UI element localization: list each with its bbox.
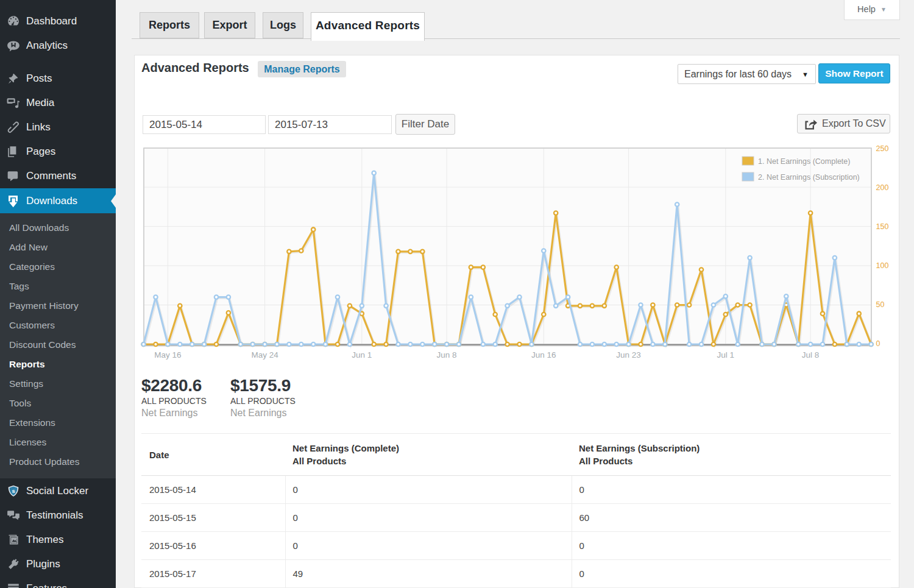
svg-text:May 16: May 16 (154, 350, 181, 360)
svg-text:250: 250 (876, 144, 889, 153)
svg-text:150: 150 (876, 222, 889, 231)
svg-text:Jun 16: Jun 16 (531, 350, 556, 360)
svg-text:May 24: May 24 (251, 350, 278, 360)
svg-text:Jun 1: Jun 1 (352, 350, 372, 360)
svg-text:1. Net Earnings (Complete): 1. Net Earnings (Complete) (758, 157, 850, 166)
svg-text:Jul 8: Jul 8 (802, 350, 820, 360)
svg-text:200: 200 (876, 183, 889, 192)
svg-text:Jun 23: Jun 23 (616, 350, 641, 360)
svg-text:100: 100 (876, 261, 889, 270)
svg-text:2. Net Earnings (Subscription): 2. Net Earnings (Subscription) (758, 173, 860, 182)
svg-text:Jul 1: Jul 1 (717, 350, 735, 360)
svg-text:50: 50 (876, 300, 885, 309)
svg-text:Jun 8: Jun 8 (437, 350, 457, 360)
svg-text:s: s (12, 488, 15, 494)
svg-text:0: 0 (876, 339, 880, 348)
